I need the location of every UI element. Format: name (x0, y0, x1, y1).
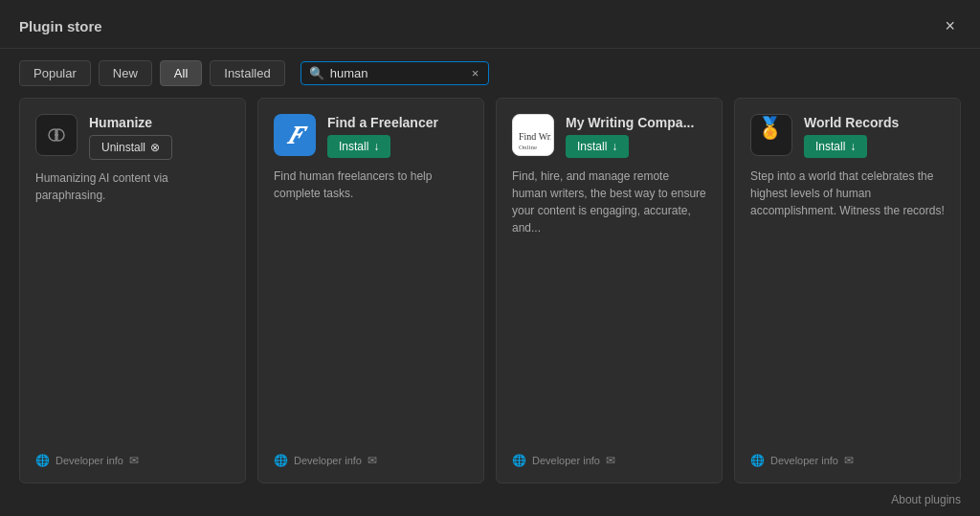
install-icon-writing: ↓ (612, 140, 617, 153)
search-box: 🔍 × (301, 61, 490, 85)
plugin-name-writing: My Writing Compa... (566, 114, 694, 131)
install-button-freelancer[interactable]: Install ↓ (327, 135, 390, 158)
plugin-card-writing: Find Writers Online My Writing Compa... … (496, 98, 723, 483)
plugin-description-records: Step into a world that celebrates the hi… (750, 168, 945, 219)
install-icon-records: ↓ (850, 140, 856, 153)
developer-info-writing: 🌐 Developer info ✉ (512, 454, 706, 467)
plugin-icon-writing: Find Writers Online (512, 114, 554, 156)
email-icon-freelancer: ✉ (368, 454, 377, 467)
plugin-card-freelancer: 𝐹 Find a Freelancer Install ↓ Find human… (257, 98, 484, 483)
plugin-name-records: World Records (804, 114, 899, 131)
plugin-icon-freelancer: 𝐹 (274, 114, 316, 156)
globe-icon-records: 🌐 (750, 454, 765, 467)
plugin-header-records: 🏅 World Records Install ↓ (750, 114, 945, 158)
uninstall-icon: ⊗ (150, 141, 160, 154)
plugin-description-humanize: Humanizing AI content via paraphrasing. (35, 169, 230, 204)
plugin-header-freelancer: 𝐹 Find a Freelancer Install ↓ (274, 114, 468, 158)
email-icon-writing: ✉ (606, 454, 615, 467)
plugin-icon-humanize (35, 114, 78, 156)
about-plugins-link[interactable]: About plugins (891, 493, 961, 506)
plugin-info-humanize: Humanize Uninstall ⊗ (89, 114, 172, 160)
svg-text:Find Writers: Find Writers (519, 131, 551, 142)
search-clear-button[interactable]: × (470, 66, 481, 80)
developer-info-records: 🌐 Developer info ✉ (750, 454, 945, 467)
plugin-header-humanize: Humanize Uninstall ⊗ (35, 114, 230, 160)
globe-icon-humanize: 🌐 (35, 454, 50, 467)
plugin-description-writing: Find, hire, and manage remote human writ… (512, 168, 706, 236)
plugin-description-freelancer: Find human freelancers to help complete … (274, 168, 468, 202)
plugin-info-freelancer: Find a Freelancer Install ↓ (327, 114, 438, 158)
plugin-card-humanize: Humanize Uninstall ⊗ Humanizing AI conte… (19, 98, 246, 483)
plugin-header-writing: Find Writers Online My Writing Compa... … (512, 114, 706, 158)
search-input[interactable] (330, 66, 464, 80)
plugin-icon-records: 🏅 (750, 114, 792, 156)
dialog-title: Plugin store (19, 18, 102, 34)
plugin-store-dialog: Plugin store × Popular New All Installed… (0, 0, 980, 516)
tab-new[interactable]: New (99, 60, 152, 86)
email-icon-humanize: ✉ (129, 454, 139, 467)
install-button-records[interactable]: Install ↓ (804, 135, 867, 158)
plugin-info-writing: My Writing Compa... Install ↓ (566, 114, 694, 158)
dialog-header: Plugin store × (0, 0, 980, 49)
footer: About plugins (0, 483, 980, 516)
uninstall-button-humanize[interactable]: Uninstall ⊗ (89, 135, 172, 160)
plugin-info-records: World Records Install ↓ (804, 114, 899, 158)
plugins-grid: Humanize Uninstall ⊗ Humanizing AI conte… (0, 98, 980, 483)
svg-text:🏅: 🏅 (757, 116, 784, 141)
plugin-name-freelancer: Find a Freelancer (327, 114, 438, 131)
globe-icon-freelancer: 🌐 (274, 454, 288, 467)
tab-installed[interactable]: Installed (210, 60, 284, 86)
install-icon-freelancer: ↓ (373, 140, 379, 153)
tab-all[interactable]: All (160, 60, 202, 86)
tab-popular[interactable]: Popular (19, 60, 91, 86)
plugin-card-records: 🏅 World Records Install ↓ Step into a wo… (734, 98, 961, 483)
svg-text:Online: Online (519, 144, 537, 151)
plugin-name-humanize: Humanize (89, 114, 172, 131)
developer-info-humanize: 🌐 Developer info ✉ (35, 454, 230, 467)
close-button[interactable]: × (939, 15, 961, 36)
install-button-writing[interactable]: Install ↓ (566, 135, 629, 158)
globe-icon-writing: 🌐 (512, 454, 526, 467)
search-icon: 🔍 (309, 66, 324, 80)
email-icon-records: ✉ (844, 454, 854, 467)
developer-info-freelancer: 🌐 Developer info ✉ (274, 454, 468, 467)
toolbar: Popular New All Installed 🔍 × (0, 49, 980, 98)
